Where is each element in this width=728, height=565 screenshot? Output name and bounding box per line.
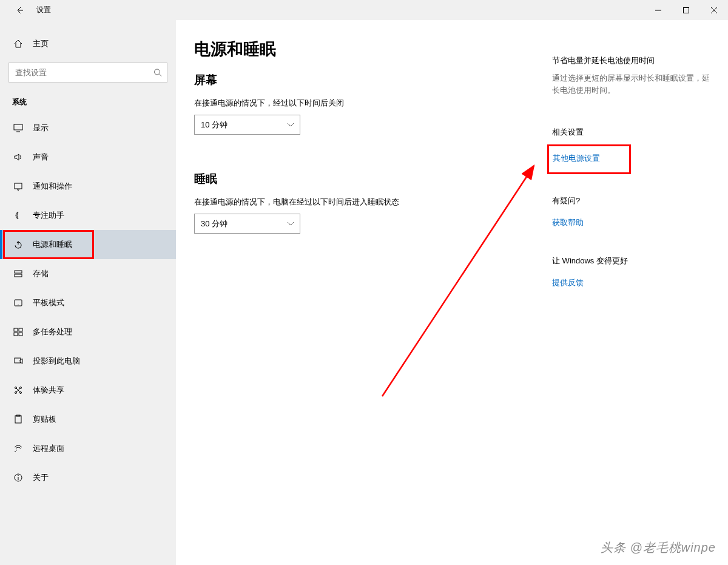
sidebar-item-sound[interactable]: 声音 — [0, 143, 176, 172]
sidebar-item-remote[interactable]: 远程桌面 — [0, 434, 176, 463]
screen-desc: 在接通电源的情况下，经过以下时间后关闭 — [194, 98, 522, 109]
tablet-icon — [12, 298, 24, 308]
multitask-icon — [12, 327, 24, 337]
sidebar-item-label: 关于 — [33, 472, 49, 483]
sidebar-item-label: 存储 — [33, 268, 49, 279]
svg-rect-12 — [15, 271, 22, 273]
sidebar-item-project[interactable]: 投影到此电脑 — [0, 347, 176, 376]
svg-point-15 — [18, 305, 19, 305]
project-icon — [12, 356, 24, 366]
close-button[interactable] — [700, 0, 728, 20]
minimize-icon — [655, 7, 661, 13]
svg-rect-27 — [15, 416, 21, 423]
sidebar-item-notification[interactable]: 通知和操作 — [0, 172, 176, 201]
arrow-left-icon — [15, 6, 24, 15]
sidebar-item-share[interactable]: 体验共享 — [0, 376, 176, 405]
right-panel: 节省电量并延长电池使用时间 通过选择更短的屏幕显示时长和睡眠设置，延长电池使用时… — [552, 38, 710, 565]
watermark: 头条 @老毛桃winpe — [601, 540, 716, 556]
svg-rect-16 — [14, 328, 18, 331]
main-content: 电源和睡眠 屏幕 在接通电源的情况下，经过以下时间后关闭 10 分钟 睡眠 在接… — [176, 20, 728, 565]
home-link[interactable]: 主页 — [0, 32, 176, 55]
svg-point-5 — [155, 69, 160, 75]
page-title: 电源和睡眠 — [194, 38, 522, 60]
sidebar-item-clipboard[interactable]: 剪贴板 — [0, 405, 176, 434]
sleep-timeout-dropdown[interactable]: 30 分钟 — [194, 214, 300, 234]
clipboard-icon — [12, 414, 24, 424]
section-title: 系统 — [0, 83, 176, 113]
sound-icon — [12, 152, 24, 162]
windows-better-title: 让 Windows 变得更好 — [552, 255, 710, 266]
question-title: 有疑问? — [552, 195, 710, 206]
svg-rect-17 — [19, 328, 22, 331]
sleep-section-title: 睡眠 — [194, 171, 522, 187]
share-icon — [12, 385, 24, 395]
svg-rect-13 — [15, 274, 22, 277]
sleep-timeout-value: 30 分钟 — [201, 218, 228, 229]
sidebar-item-display[interactable]: 显示 — [0, 113, 176, 143]
maximize-icon — [683, 7, 689, 13]
storage-icon — [12, 269, 24, 279]
sidebar-item-storage[interactable]: 存储 — [0, 259, 176, 288]
sidebar-item-label: 专注助手 — [33, 210, 64, 221]
maximize-button[interactable] — [672, 0, 700, 20]
home-icon — [12, 39, 24, 49]
home-label: 主页 — [33, 38, 49, 49]
svg-rect-2 — [684, 7, 689, 13]
sidebar-item-label: 剪贴板 — [33, 414, 56, 425]
remote-icon — [12, 444, 24, 453]
sidebar-item-label: 多任务处理 — [33, 326, 72, 337]
sidebar-item-label: 投影到此电脑 — [33, 356, 80, 367]
sidebar-item-label: 通知和操作 — [33, 181, 72, 192]
sidebar-item-label: 显示 — [33, 123, 49, 134]
power-icon — [12, 240, 24, 249]
sidebar-item-about[interactable]: 关于 — [0, 463, 176, 492]
chevron-down-icon — [288, 222, 294, 226]
sidebar-item-multitask[interactable]: 多任务处理 — [0, 317, 176, 347]
highlight-annotation: 其他电源设置 — [547, 144, 631, 174]
sidebar-item-label: 体验共享 — [33, 385, 64, 396]
svg-rect-18 — [14, 333, 18, 336]
sidebar-item-label: 声音 — [33, 152, 49, 163]
minimize-button[interactable] — [644, 0, 672, 20]
sidebar-item-label: 远程桌面 — [33, 443, 64, 454]
title-bar: 设置 — [0, 0, 728, 20]
about-icon — [12, 473, 24, 482]
screen-timeout-dropdown[interactable]: 10 分钟 — [194, 115, 300, 135]
svg-rect-9 — [15, 183, 22, 189]
sidebar: 主页 系统 显示声音通知和操作专注助手电源和睡眠存储平板模式多任务处理投影到此电… — [0, 20, 176, 565]
sidebar-item-tablet[interactable]: 平板模式 — [0, 288, 176, 317]
search-input[interactable] — [8, 63, 167, 83]
search-icon — [153, 68, 163, 77]
screen-timeout-value: 10 分钟 — [201, 120, 228, 130]
related-settings-title: 相关设置 — [552, 127, 710, 138]
window-title: 设置 — [36, 5, 51, 15]
chevron-down-icon — [288, 123, 294, 127]
svg-rect-7 — [14, 124, 22, 130]
sidebar-item-focus[interactable]: 专注助手 — [0, 201, 176, 230]
save-battery-desc: 通过选择更短的屏幕显示时长和睡眠设置，延长电池使用时间。 — [552, 72, 710, 96]
screen-section-title: 屏幕 — [194, 72, 522, 88]
other-power-settings-link[interactable]: 其他电源设置 — [553, 153, 600, 164]
notification-icon — [12, 181, 24, 191]
sidebar-item-label: 平板模式 — [33, 297, 64, 308]
sleep-desc: 在接通电源的情况下，电脑在经过以下时间后进入睡眠状态 — [194, 197, 522, 208]
sidebar-item-power[interactable]: 电源和睡眠 — [0, 230, 176, 259]
get-help-link[interactable]: 获取帮助 — [552, 217, 584, 228]
feedback-link[interactable]: 提供反馈 — [552, 277, 584, 288]
sidebar-item-label: 电源和睡眠 — [33, 239, 72, 250]
back-button[interactable] — [11, 2, 28, 19]
display-icon — [12, 123, 24, 133]
svg-point-31 — [18, 475, 18, 476]
focus-icon — [12, 211, 24, 220]
close-icon — [711, 7, 717, 13]
save-battery-title: 节省电量并延长电池使用时间 — [552, 55, 710, 66]
svg-rect-19 — [19, 333, 22, 336]
search-box[interactable] — [8, 63, 167, 83]
svg-line-6 — [160, 74, 162, 76]
